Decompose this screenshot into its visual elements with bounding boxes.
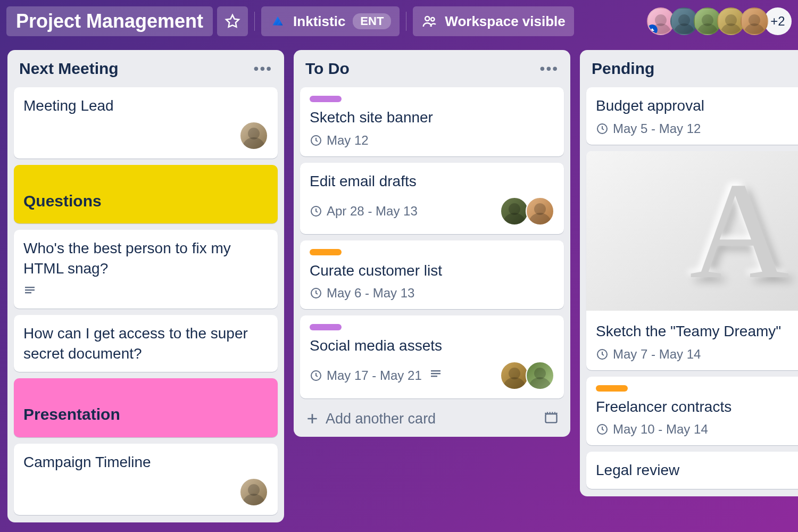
card[interactable]: How can I get access to the super secret… <box>14 315 278 372</box>
list-title[interactable]: To Do <box>305 60 350 78</box>
card-title: Budget approval <box>596 96 798 116</box>
card[interactable]: Sketch site banner May 12 <box>300 87 564 156</box>
workspace-name: Inktistic <box>293 13 345 30</box>
card-title: Sketch the "Teamy Dreamy" <box>596 321 798 342</box>
member-avatars: +2 <box>647 7 792 35</box>
avatar <box>239 478 268 506</box>
card-title: Sketch site banner <box>310 107 554 128</box>
list-menu-button[interactable]: ••• <box>540 65 559 72</box>
clock-icon <box>596 122 609 135</box>
svg-rect-12 <box>546 414 557 422</box>
header-divider <box>254 12 255 31</box>
svg-rect-3 <box>25 289 35 290</box>
due-date-badge: May 12 <box>310 133 369 148</box>
card[interactable]: Budget approval May 5 - May 12 <box>586 87 798 145</box>
card[interactable]: Presentation <box>14 378 278 437</box>
clock-icon <box>596 423 609 436</box>
due-date-badge: Apr 28 - May 13 <box>310 204 418 219</box>
clock-icon <box>310 287 322 300</box>
card-title: Questions <box>23 190 268 212</box>
avatar <box>526 197 554 226</box>
card[interactable]: Questions <box>14 165 278 224</box>
avatar <box>239 121 268 150</box>
avatar <box>500 197 529 226</box>
avatar <box>500 361 529 390</box>
plus-icon <box>305 412 319 426</box>
card[interactable]: Legal review <box>586 452 798 489</box>
card[interactable]: Social media assets May 17 - May 21 <box>300 315 564 398</box>
label-purple[interactable] <box>310 324 342 330</box>
svg-rect-4 <box>25 292 31 293</box>
header-divider <box>406 12 406 31</box>
svg-rect-9 <box>431 370 440 371</box>
card[interactable]: Who's the best person to fix my HTML sna… <box>14 230 278 309</box>
card[interactable]: Meeting Lead <box>14 87 278 159</box>
admin-badge-icon <box>647 24 658 35</box>
list-title[interactable]: Next Meeting <box>19 60 119 78</box>
card-cover-image: A <box>586 151 798 311</box>
due-date-badge: May 5 - May 12 <box>596 121 701 136</box>
avatar[interactable] <box>741 7 768 35</box>
card-title: Curate customer list <box>310 261 554 281</box>
card-title: Edit email drafts <box>310 171 554 192</box>
svg-point-1 <box>431 18 435 21</box>
star-icon <box>225 13 240 29</box>
card[interactable]: Freelancer contracts May 10 - May 14 <box>586 377 798 446</box>
list-menu-button[interactable]: ••• <box>254 65 272 72</box>
description-icon <box>429 368 442 384</box>
card-template-button[interactable] <box>544 410 559 427</box>
svg-rect-11 <box>431 376 437 377</box>
board-header: Project Management Inktistic ENT Workspa… <box>0 0 798 43</box>
due-date-badge: May 7 - May 14 <box>596 347 701 362</box>
board-title[interactable]: Project Management <box>6 6 213 36</box>
card-title: Social media assets <box>310 336 554 356</box>
board-canvas: Next Meeting ••• Meeting Lead Questions … <box>0 43 798 532</box>
due-date-badge: May 10 - May 14 <box>596 422 708 437</box>
card-title: How can I get access to the super secret… <box>23 323 268 364</box>
list-next-meeting: Next Meeting ••• Meeting Lead Questions … <box>7 50 284 522</box>
svg-point-0 <box>426 16 430 21</box>
star-button[interactable] <box>217 6 248 36</box>
list-pending: Pending Budget approval May 5 - May 12 A… <box>580 50 798 496</box>
visibility-button[interactable]: Workspace visible <box>413 6 573 36</box>
people-icon <box>421 13 437 29</box>
card-title: Campaign Timeline <box>23 452 268 472</box>
add-card-button[interactable]: Add another card <box>305 411 436 427</box>
label-purple[interactable] <box>310 96 342 102</box>
card-title: Freelancer contracts <box>596 397 798 417</box>
label-orange[interactable] <box>596 385 628 392</box>
list-title[interactable]: Pending <box>592 60 654 78</box>
label-orange[interactable] <box>310 249 342 255</box>
card[interactable]: Edit email drafts Apr 28 - May 13 <box>300 163 564 234</box>
card-title: Legal review <box>596 460 798 480</box>
clock-icon <box>310 134 322 147</box>
card-title: Who's the best person to fix my HTML sna… <box>23 238 268 279</box>
svg-rect-10 <box>431 373 440 374</box>
card[interactable]: A Sketch the "Teamy Dreamy" May 7 - May … <box>586 151 798 370</box>
clock-icon <box>310 369 322 382</box>
workspace-chip[interactable]: Inktistic ENT <box>261 6 400 36</box>
card[interactable]: Campaign Timeline <box>14 444 278 515</box>
visibility-label: Workspace visible <box>445 13 565 30</box>
clock-icon <box>310 205 322 218</box>
card[interactable]: Curate customer list May 6 - May 13 <box>300 240 564 310</box>
due-date-badge: May 17 - May 21 <box>310 368 422 383</box>
card-title: Meeting Lead <box>23 96 268 116</box>
avatar <box>526 361 554 390</box>
list-to-do: To Do ••• Sketch site banner May 12 Edit… <box>294 50 570 437</box>
description-icon <box>23 284 36 300</box>
svg-rect-2 <box>25 287 35 288</box>
clock-icon <box>596 348 609 361</box>
due-date-badge: May 6 - May 13 <box>310 286 414 301</box>
workspace-logo-icon <box>270 13 286 29</box>
card-title: Presentation <box>23 404 268 426</box>
workspace-plan-badge: ENT <box>353 13 391 29</box>
